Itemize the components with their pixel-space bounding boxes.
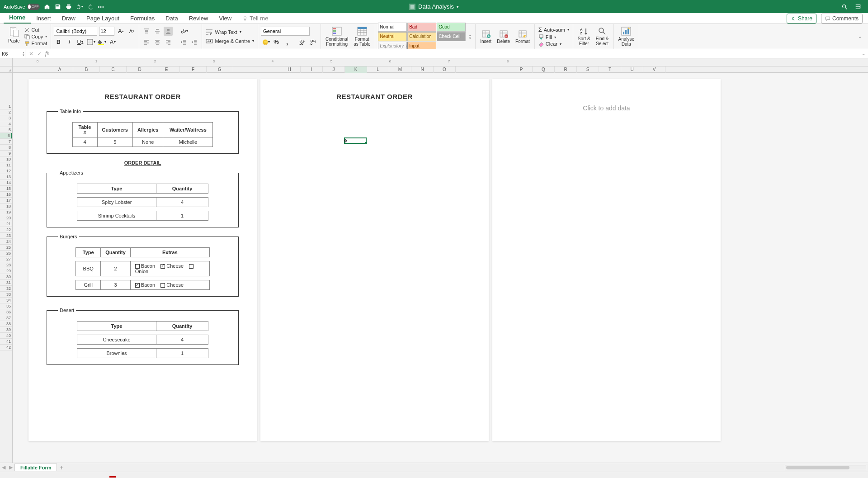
- paste-button[interactable]: Paste: [6, 27, 22, 43]
- styles-scroll-down[interactable]: ▼: [468, 37, 472, 40]
- row-header-27[interactable]: 27: [0, 256, 12, 262]
- col-header-E[interactable]: E: [153, 66, 180, 73]
- checkbox-cheese-1[interactable]: [160, 283, 165, 288]
- checkbox-onion-0[interactable]: [189, 264, 193, 269]
- row-header-24[interactable]: 24: [0, 239, 12, 245]
- percent-button[interactable]: %: [272, 38, 281, 47]
- row-header-25[interactable]: 25: [0, 245, 12, 251]
- borders-button[interactable]: ▾: [86, 38, 95, 47]
- row-header-20[interactable]: 20: [0, 215, 12, 221]
- col-header-U[interactable]: U: [621, 66, 643, 73]
- selected-cell[interactable]: ✥: [344, 137, 367, 144]
- decrease-indent-button[interactable]: [179, 38, 188, 47]
- row-header-17[interactable]: 17: [0, 198, 12, 204]
- cell-app-qty-1[interactable]: 1: [156, 211, 208, 221]
- wrap-text-button[interactable]: Wrap Text▾: [205, 28, 255, 36]
- horizontal-scrollbar[interactable]: [785, 465, 866, 470]
- ribbon-toggle-icon[interactable]: [854, 3, 862, 10]
- col-header-O[interactable]: O: [434, 66, 456, 73]
- cell-app-qty-0[interactable]: 4: [156, 198, 208, 207]
- col-header-J[interactable]: J: [323, 66, 345, 73]
- tab-home[interactable]: Home: [4, 12, 31, 24]
- insert-cells-button[interactable]: Insert: [478, 29, 493, 44]
- document-title[interactable]: Data Analysis ▾: [409, 3, 459, 10]
- number-format-select[interactable]: [261, 27, 310, 36]
- comments-button[interactable]: Comments: [821, 14, 863, 24]
- add-data-placeholder[interactable]: Click to add data: [492, 104, 721, 112]
- format-cells-button[interactable]: Format: [514, 29, 532, 44]
- row-header-23[interactable]: 23: [0, 233, 12, 239]
- col-header-B[interactable]: B: [73, 66, 100, 73]
- page-3[interactable]: Click to add data: [492, 79, 721, 441]
- align-left-button[interactable]: [142, 38, 151, 47]
- cell-waiter[interactable]: Michelle: [163, 137, 213, 147]
- sheet-nav-next[interactable]: ▶: [7, 464, 14, 470]
- col-header-S[interactable]: S: [577, 66, 599, 73]
- col-header-A[interactable]: A: [47, 66, 73, 73]
- row-header-5[interactable]: 5: [0, 127, 12, 133]
- row-header-39[interactable]: 39: [0, 327, 12, 333]
- style-good[interactable]: Good: [437, 23, 466, 32]
- clear-button[interactable]: Clear▾: [538, 41, 570, 47]
- style-calculation[interactable]: Calculation: [407, 32, 436, 41]
- cell-desert-type-0[interactable]: Cheesecake: [77, 335, 156, 345]
- cell-styles-gallery[interactable]: Normal Bad Good Neutral Calculation Chec…: [378, 23, 466, 51]
- row-header-12[interactable]: 12: [0, 168, 12, 174]
- align-middle-button[interactable]: [153, 27, 162, 36]
- row-header-30[interactable]: 30: [0, 274, 12, 280]
- checkbox-bacon-1[interactable]: [135, 283, 140, 288]
- cell-app-type-1[interactable]: Shrimp Cocktails: [77, 211, 156, 221]
- row-header-18[interactable]: 18: [0, 204, 12, 209]
- cell-burger-extras-0[interactable]: Bacon Cheese Onion: [130, 261, 209, 276]
- row-header-4[interactable]: 4: [0, 121, 12, 127]
- more-icon[interactable]: •••: [98, 3, 105, 10]
- align-center-button[interactable]: [153, 38, 162, 47]
- tab-view[interactable]: View: [213, 13, 237, 24]
- analyse-data-button[interactable]: Analyse Data: [617, 26, 637, 47]
- decrease-font-button[interactable]: A▾: [127, 27, 136, 36]
- row-header-28[interactable]: 28: [0, 262, 12, 268]
- format-as-table-button[interactable]: Format as Table: [352, 26, 372, 47]
- formula-input[interactable]: [53, 49, 859, 58]
- tab-page-layout[interactable]: Page Layout: [81, 13, 125, 24]
- row-header-26[interactable]: 26: [0, 251, 12, 256]
- col-header-N[interactable]: N: [411, 66, 434, 73]
- font-color-button[interactable]: A▾: [108, 38, 117, 47]
- orientation-button[interactable]: ab▾: [179, 27, 188, 36]
- col-header-I[interactable]: I: [301, 66, 323, 73]
- row-header-9[interactable]: 9: [0, 151, 12, 156]
- ribbon-collapse-button[interactable]: ⌄: [855, 34, 864, 39]
- increase-decimal-button[interactable]: .0.00: [298, 38, 307, 47]
- cancel-formula-icon[interactable]: ✕: [29, 51, 33, 57]
- cell-customers[interactable]: 5: [97, 137, 132, 147]
- row-header-8[interactable]: 8: [0, 145, 12, 151]
- enter-formula-icon[interactable]: ✓: [37, 51, 42, 57]
- checkbox-bacon-0[interactable]: [135, 264, 140, 269]
- row-header-37[interactable]: 37: [0, 315, 12, 321]
- find-select-button[interactable]: Find & Select: [594, 27, 611, 46]
- fill-button[interactable]: Fill▾: [538, 34, 570, 40]
- cell-desert-qty-1[interactable]: 1: [156, 349, 208, 358]
- column-headers[interactable]: ABCDEFGHIJKLMNOPQRSTUV: [13, 66, 868, 73]
- row-header-11[interactable]: 11: [0, 162, 12, 168]
- style-bad[interactable]: Bad: [407, 23, 436, 32]
- cut-button[interactable]: Cut: [24, 27, 48, 33]
- row-header-33[interactable]: 33: [0, 292, 12, 298]
- col-header-L[interactable]: L: [367, 66, 389, 73]
- row-header-15[interactable]: 15: [0, 186, 12, 192]
- row-header-14[interactable]: 14: [0, 180, 12, 186]
- autosum-button[interactable]: ΣAuto-sum▾: [538, 26, 570, 33]
- checkbox-cheese-0[interactable]: [160, 264, 165, 269]
- row-header-16[interactable]: 16: [0, 192, 12, 198]
- formula-expand-button[interactable]: ⌄: [859, 51, 868, 56]
- sheet-tab-active[interactable]: Fillable Form: [14, 464, 57, 471]
- cell-burger-qty-0[interactable]: 2: [101, 261, 131, 276]
- col-header-H[interactable]: H: [278, 66, 301, 73]
- tab-data[interactable]: Data: [160, 13, 183, 24]
- comma-button[interactable]: ,: [283, 38, 292, 47]
- col-header-D[interactable]: D: [127, 66, 153, 73]
- row-header-1[interactable]: 1: [0, 104, 12, 109]
- sort-filter-button[interactable]: AZ Sort & Filter: [576, 27, 592, 46]
- fx-icon[interactable]: fx: [45, 50, 49, 57]
- row-header-19[interactable]: 19: [0, 209, 12, 215]
